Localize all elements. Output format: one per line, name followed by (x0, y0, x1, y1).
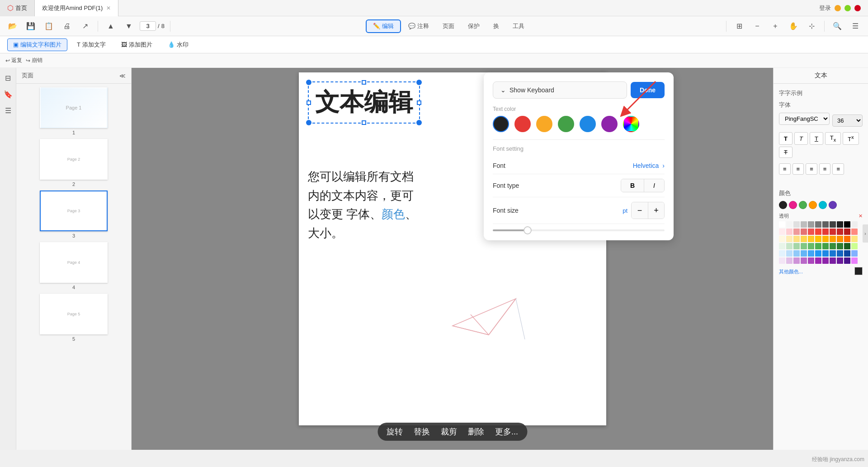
print-btn[interactable]: 🖨 (60, 19, 74, 33)
cg-red5[interactable] (815, 229, 821, 235)
cg-b1[interactable] (786, 250, 793, 257)
save-btn[interactable]: 💾 (24, 19, 38, 33)
bookmark-icon[interactable]: 🔖 (2, 88, 14, 100)
style-T2-btn[interactable]: T (794, 132, 808, 145)
size-plus-btn[interactable]: + (648, 202, 664, 219)
cg-gray9[interactable] (851, 221, 858, 228)
cg-white[interactable] (779, 221, 785, 228)
cg-y7[interactable] (830, 236, 836, 242)
cg-black[interactable] (844, 221, 850, 228)
view-btn[interactable]: ⊞ (732, 19, 746, 33)
cg-y0[interactable] (779, 236, 785, 242)
color-red[interactable] (514, 116, 531, 132)
cg-red4[interactable] (808, 229, 814, 235)
done-btn[interactable]: Done (631, 82, 665, 98)
hand-tool-btn[interactable]: ✋ (786, 19, 801, 33)
cg-y8[interactable] (837, 236, 843, 242)
color-rainbow[interactable] (623, 116, 639, 132)
main-color-cyan[interactable] (819, 201, 827, 209)
cg-b-light[interactable] (851, 250, 858, 257)
handle-lm[interactable] (307, 100, 311, 105)
cg-p4[interactable] (808, 257, 814, 264)
cg-b4[interactable] (808, 250, 814, 257)
search-btn[interactable]: 🔍 (830, 19, 844, 33)
cg-y9[interactable] (844, 236, 850, 242)
cg-p0[interactable] (779, 257, 785, 264)
cg-red1[interactable] (786, 229, 793, 235)
style-T3-btn[interactable]: T (810, 132, 823, 145)
cg-y5[interactable] (815, 236, 821, 242)
zoom-out-btn[interactable]: − (750, 19, 764, 33)
cg-red8[interactable] (837, 229, 843, 235)
cg-p1[interactable] (786, 257, 793, 264)
cg-y1[interactable] (786, 236, 793, 242)
right-collapse-btn[interactable]: › (863, 224, 868, 243)
cg-gray5[interactable] (815, 221, 821, 228)
cg-b2[interactable] (793, 250, 800, 257)
font-size-select[interactable]: 36 (832, 114, 863, 127)
thumb-2[interactable]: Page 2 2 (20, 139, 127, 187)
main-color-pink[interactable] (789, 201, 797, 209)
tab-doc[interactable]: 欢迎使用Amind PDF(1) ✕ (35, 0, 118, 16)
thumb-5[interactable]: Page 5 5 (20, 294, 127, 342)
main-color-purple[interactable] (829, 201, 837, 209)
cg-gray3[interactable] (801, 221, 807, 228)
cg-y-light[interactable] (851, 236, 858, 242)
sidebar-collapse-icon[interactable]: ≪ (119, 72, 126, 79)
edit-mode-tab[interactable]: ✏️ 编辑 (366, 19, 401, 33)
cg-gray8[interactable] (837, 221, 843, 228)
cg-y3[interactable] (801, 236, 807, 242)
text-edit-box[interactable]: 文本编辑 (308, 81, 420, 124)
cg-gray2[interactable] (793, 221, 800, 228)
thumb-1[interactable]: Page 1 1 (20, 87, 127, 135)
cg-g0[interactable] (779, 243, 785, 249)
cg-gray4[interactable] (808, 221, 814, 228)
cg-b5[interactable] (815, 250, 821, 257)
font-select[interactable]: PingFangSC (779, 113, 829, 124)
cg-p5[interactable] (815, 257, 821, 264)
main-color-green[interactable] (799, 201, 807, 209)
cg-b0[interactable] (779, 250, 785, 257)
italic-btn[interactable]: I (644, 179, 664, 192)
menu-btn[interactable]: ☰ (848, 19, 863, 33)
convert-tab[interactable]: 换 (487, 20, 505, 32)
style-T1-btn[interactable]: T (779, 132, 793, 145)
cg-red3[interactable] (801, 229, 807, 235)
tools-tab[interactable]: 工具 (506, 20, 531, 32)
align-distributed-btn[interactable]: ≡ (832, 163, 844, 175)
cg-b6[interactable] (822, 250, 829, 257)
undo-btn[interactable]: ↩ 返复 (5, 57, 22, 64)
annotate-tab[interactable]: 💬 注释 (402, 20, 435, 32)
cg-y2[interactable] (793, 236, 800, 242)
cg-g3[interactable] (801, 243, 807, 249)
font-value[interactable]: Helvetica › (633, 162, 665, 169)
cg-g5[interactable] (815, 243, 821, 249)
cg-g2[interactable] (793, 243, 800, 249)
color-green[interactable] (558, 116, 574, 132)
cg-p2[interactable] (793, 257, 800, 264)
color-purple[interactable] (601, 116, 618, 132)
page-tab[interactable]: 页面 (436, 20, 461, 32)
align-center-btn[interactable]: ≡ (793, 163, 804, 175)
cg-gray7[interactable] (830, 221, 836, 228)
align-left-btn[interactable]: ≡ (779, 163, 791, 175)
style-T4-btn[interactable]: Tx (825, 132, 841, 145)
cg-g7[interactable] (830, 243, 836, 249)
cg-gray1[interactable] (786, 221, 793, 228)
edit-text-img-btn[interactable]: ▣ 编辑文字和图片 (7, 38, 67, 51)
transparent-clear-btn[interactable]: ✕ (859, 213, 863, 219)
thumb-icon[interactable]: ⊟ (2, 71, 14, 84)
next-page-btn[interactable]: ▼ (122, 19, 136, 33)
cg-g-light[interactable] (851, 243, 858, 249)
tab-home[interactable]: ⬡ 首页 (0, 0, 35, 16)
more-btn[interactable]: 更多... (495, 426, 518, 437)
minimize-btn[interactable] (835, 5, 841, 11)
handle-bl[interactable] (306, 120, 311, 125)
thumb-3[interactable]: Page 3 3 (20, 191, 127, 238)
page-input[interactable] (140, 21, 156, 31)
show-keyboard-btn[interactable]: ⌄ Show Keyboard (493, 81, 627, 99)
more-colors-link[interactable]: 其他颜色... (779, 268, 803, 275)
delete-btn[interactable]: 删除 (468, 426, 484, 437)
handle-tr[interactable] (416, 80, 422, 85)
color-black[interactable] (493, 116, 509, 132)
